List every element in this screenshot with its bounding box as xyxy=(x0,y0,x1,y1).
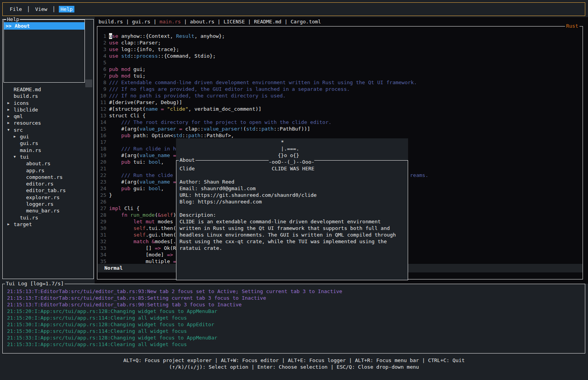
code-segment: , anyhow}; xyxy=(194,33,225,39)
tree-item-tui-rs[interactable]: tui.rs xyxy=(3,214,93,221)
tree-item-menu-bar-rs[interactable]: menu_bar.rs xyxy=(3,207,93,214)
tree-item-label: icons xyxy=(14,100,29,106)
about-row: Email: shaunrd0@gmail.com xyxy=(180,185,405,192)
code-segment: Ok(R xyxy=(161,245,176,251)
menu-item-help[interactable]: Help xyxy=(59,6,74,12)
tree-item-main-rs[interactable]: main.rs xyxy=(3,147,93,154)
ascii-art-line: |.===. xyxy=(269,145,314,152)
code-line: 7pub mod tui; xyxy=(98,72,417,79)
tab-separator: | xyxy=(123,19,132,25)
tree-item-qml[interactable]: ▶qml xyxy=(3,113,93,120)
tui-log-lines: 21:15:13:T:EditorTab:src/tui/editor_tab.… xyxy=(7,288,342,348)
tree-item-target[interactable]: ▶target xyxy=(3,221,93,228)
code-segment: , xyxy=(161,159,164,165)
tree-item-label: resources xyxy=(14,120,41,126)
menu-item-view[interactable]: View xyxy=(33,6,49,12)
code-line: 3use log::{info, trace}; xyxy=(98,46,417,53)
about-row: ratatui crate. xyxy=(180,245,405,251)
code-segment: => xyxy=(167,252,173,258)
tree-item-editor-rs[interactable]: editor.rs xyxy=(3,180,93,187)
log-entry: 21:15:33:I:App:src/tui/app.rs:128:Changi… xyxy=(7,334,342,341)
code-segment: u xyxy=(109,33,112,39)
log-entry: 21:15:30:I:App:src/tui/app.rs:128:Changi… xyxy=(7,321,342,328)
tab-cargo-toml[interactable]: Cargo.toml xyxy=(290,19,321,25)
tree-item-editor-tab-rs[interactable]: editor_tab.rs xyxy=(3,187,93,194)
tab-separator: | xyxy=(181,19,190,25)
code-segment: multiple xyxy=(109,258,173,264)
code-segment: pub xyxy=(109,186,130,191)
code-line-text: self.gui.then( xyxy=(109,232,176,238)
code-segment: gui: xyxy=(130,186,149,191)
tree-item-app-rs[interactable]: app.rs xyxy=(3,167,93,174)
log-entry: 21:15:13:T:EditorTab:src/tui/editor_tab.… xyxy=(7,288,342,295)
code-segment xyxy=(164,106,167,112)
tree-item-label: tui.rs xyxy=(20,214,38,221)
tree-item-src[interactable]: ▼src xyxy=(3,127,93,133)
tree-item-readme-md[interactable]: README.md xyxy=(3,86,93,93)
line-number: 14 xyxy=(98,119,106,125)
tab-readme-md[interactable]: README.md xyxy=(254,19,281,25)
code-line-text: /// Extendable command-line driven devel… xyxy=(109,80,417,85)
editor-mode-badge: Normal xyxy=(104,265,123,271)
code-segment: bool xyxy=(149,186,161,191)
tree-item-gui[interactable]: ▶gui xyxy=(3,133,93,140)
code-segment: std xyxy=(246,126,255,132)
tree-item-label: editor.rs xyxy=(26,180,53,187)
help-menu-item-about[interactable]: >> About xyxy=(4,22,85,30)
help-dropdown: Help >> About xyxy=(4,19,85,83)
tab-about-rs[interactable]: about.rs xyxy=(190,19,215,25)
tree-item-gui-rs[interactable]: gui.rs xyxy=(3,140,93,147)
tree-item-resources[interactable]: ▶resources xyxy=(3,120,93,126)
code-segment: ::PathBuf>, xyxy=(201,133,234,138)
code-segment xyxy=(149,239,152,244)
line-number: 32 xyxy=(98,238,106,245)
code-segment: path xyxy=(261,126,273,132)
tree-item-logger-rs[interactable]: logger.rs xyxy=(3,201,93,207)
about-row: CLIDE is an extendable command-line driv… xyxy=(180,218,405,225)
code-line-text: #[arg(value_name = xyxy=(109,152,176,158)
tree-item-component-rs[interactable]: component.rs xyxy=(3,174,93,180)
code-line: 14 /// The root directory for the projec… xyxy=(98,119,417,125)
tab-build-rs[interactable]: build.rs xyxy=(99,19,123,25)
code-segment: & xyxy=(158,212,161,218)
help-dropdown-items: >> About xyxy=(4,22,85,30)
tree-item-label: README.md xyxy=(14,86,41,93)
ascii-art-line: * xyxy=(269,139,314,145)
tree-item-label: gui.rs xyxy=(20,140,38,147)
tab-main-rs[interactable]: main.rs xyxy=(160,19,181,25)
line-number: 24 xyxy=(98,185,106,192)
code-line-text: use std::process::{Command, Stdio}; xyxy=(109,53,216,59)
code-line-text: struct Cli { xyxy=(109,113,146,118)
code-segment xyxy=(109,225,134,231)
about-popup: About ClideAuthor: Shaun ReedEmail: shau… xyxy=(176,138,408,280)
line-number: 22 xyxy=(98,172,106,179)
code-segment: /// Run clide in h xyxy=(109,146,176,152)
code-segment: self xyxy=(161,212,173,218)
tree-item-explorer-rs[interactable]: explorer.rs xyxy=(3,194,93,201)
chevron-collapsed-icon: ▶ xyxy=(7,113,14,120)
tab-gui-rs[interactable]: gui.rs xyxy=(132,19,150,25)
code-line: 5 xyxy=(98,59,417,66)
code-segment: use xyxy=(109,40,118,46)
tree-item-build-rs[interactable]: build.rs xyxy=(3,93,93,99)
tree-item-about-rs[interactable]: about.rs xyxy=(3,160,93,167)
line-number: 5 xyxy=(98,59,106,66)
code-segment: path xyxy=(188,133,201,138)
tree-item-label: component.rs xyxy=(26,174,63,180)
code-segment: gui; xyxy=(130,66,146,72)
line-number: 7 xyxy=(98,72,106,79)
tree-item-libclide[interactable]: ▶libclide xyxy=(3,106,93,113)
code-segment xyxy=(127,212,130,218)
clide-ascii-art: * |.===. {}o o{}-ooO--(_)--Ooo- CLIDE WA… xyxy=(269,139,314,172)
code-segment: match xyxy=(134,239,149,244)
code-segment: value_name xyxy=(139,152,170,158)
tree-item-icons[interactable]: ▶icons xyxy=(3,100,93,106)
tree-item-tui[interactable]: ▼tui xyxy=(3,154,93,160)
menu-item-file[interactable]: File xyxy=(8,6,23,12)
code-segment: std xyxy=(121,53,130,59)
tab-license[interactable]: LICENSE xyxy=(224,19,245,25)
line-number: 6 xyxy=(98,66,106,72)
code-line-text: #[derive(Parser, Debug)] xyxy=(109,99,182,105)
log-entry: 21:15:30:I:App:src/tui/app.rs:114:Cleari… xyxy=(7,328,342,334)
line-number: 12 xyxy=(98,106,106,112)
